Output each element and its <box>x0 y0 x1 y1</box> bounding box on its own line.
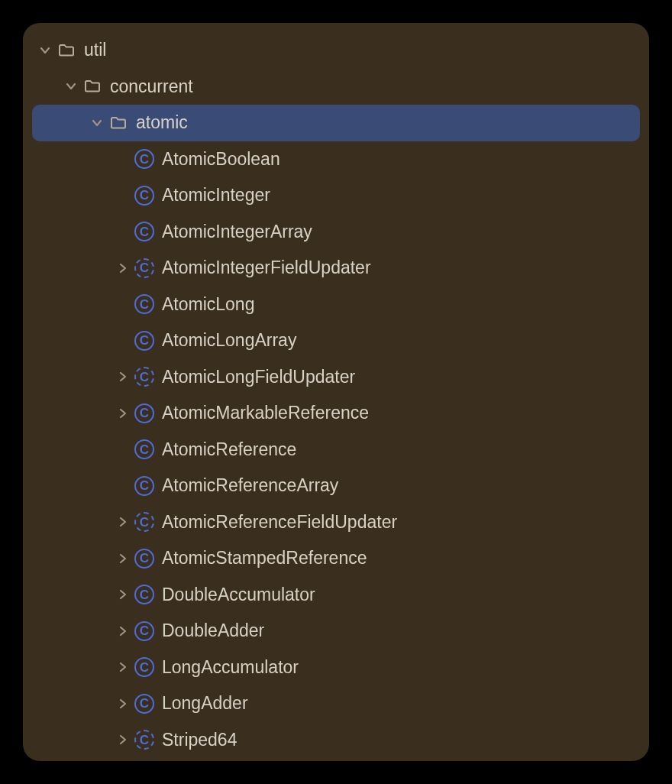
tree-row[interactable]: CAtomicBoolean <box>23 141 649 178</box>
tree-row[interactable]: CAtomicLong <box>23 287 649 323</box>
class-icon: C <box>133 476 156 496</box>
tree-row[interactable]: CAtomicReferenceArray <box>23 468 649 504</box>
tree-row[interactable]: CLongAdder <box>23 685 649 722</box>
chevron-right-icon[interactable] <box>113 263 133 274</box>
chevron-down-icon[interactable] <box>61 81 81 92</box>
folder-icon <box>81 77 104 96</box>
abstract-class-icon: C <box>133 367 156 387</box>
chevron-right-icon[interactable] <box>113 408 133 419</box>
tree-item-label: AtomicInteger <box>162 185 270 206</box>
tree-item-label: AtomicLong <box>162 294 254 315</box>
tree-item-label: AtomicLongFieldUpdater <box>162 367 355 387</box>
chevron-down-icon[interactable] <box>35 45 55 56</box>
tree-row[interactable]: CAtomicInteger <box>23 177 649 214</box>
tree-item-label: AtomicIntegerArray <box>162 222 312 242</box>
class-icon: C <box>133 657 156 677</box>
tree-row[interactable]: CAtomicReferenceFieldUpdater <box>23 504 649 541</box>
chevron-down-icon[interactable] <box>87 118 107 128</box>
chevron-right-icon[interactable] <box>113 553 133 564</box>
tree-row[interactable]: CDoubleAccumulator <box>23 577 649 614</box>
class-icon: C <box>133 222 156 241</box>
class-icon: C <box>133 186 156 206</box>
tree-row[interactable]: CAtomicLongArray <box>23 322 649 359</box>
chevron-right-icon[interactable] <box>113 734 133 745</box>
tree-item-label: concurrent <box>110 76 193 97</box>
tree-item-label: LongAccumulator <box>162 657 299 678</box>
class-icon: C <box>133 331 156 351</box>
class-icon: C <box>133 439 156 459</box>
abstract-class-icon: C <box>133 512 156 532</box>
tree-row[interactable]: CAtomicMarkableReference <box>23 395 649 432</box>
tree-row[interactable]: CAtomicReference <box>23 432 649 468</box>
tree-item-label: AtomicReferenceFieldUpdater <box>162 512 397 533</box>
tree-item-label: LongAdder <box>162 693 248 714</box>
chevron-right-icon[interactable] <box>113 698 133 709</box>
tree-item-label: util <box>84 40 106 60</box>
class-icon: C <box>133 294 156 314</box>
class-icon: C <box>133 585 156 604</box>
abstract-class-icon: C <box>133 730 156 750</box>
tree-item-label: Striped64 <box>162 730 237 750</box>
tree-row[interactable]: CDoubleAdder <box>23 613 649 650</box>
folder-icon <box>107 114 130 132</box>
tree-item-label: AtomicReferenceArray <box>162 475 338 496</box>
tree-row[interactable]: CLongAccumulator <box>23 650 649 686</box>
tree-item-label: AtomicReference <box>162 439 296 460</box>
abstract-class-icon: C <box>133 258 156 278</box>
tree-item-label: AtomicMarkableReference <box>162 403 369 423</box>
tree-row[interactable]: CAtomicStampedReference <box>23 540 649 577</box>
tree-row[interactable]: CAtomicIntegerFieldUpdater <box>23 250 649 287</box>
class-icon: C <box>133 621 156 641</box>
tree-row[interactable]: atomic <box>32 105 640 141</box>
tree-item-label: DoubleAccumulator <box>162 585 315 605</box>
chevron-right-icon[interactable] <box>113 517 133 527</box>
tree-item-label: AtomicStampedReference <box>162 548 367 569</box>
chevron-right-icon[interactable] <box>113 371 133 382</box>
chevron-right-icon[interactable] <box>113 589 133 600</box>
project-tree-panel: util concurrent atomicCAtomicBooleanCAto… <box>23 23 649 761</box>
tree-item-label: AtomicIntegerFieldUpdater <box>162 258 371 278</box>
tree-item-label: AtomicLongArray <box>162 330 296 351</box>
folder-icon <box>55 41 78 60</box>
class-icon: C <box>133 403 156 423</box>
tree-row[interactable]: CAtomicIntegerArray <box>23 214 649 251</box>
tree-item-label: AtomicBoolean <box>162 149 280 170</box>
class-icon: C <box>133 549 156 569</box>
tree-item-label: DoubleAdder <box>162 620 264 641</box>
class-icon: C <box>133 694 156 714</box>
tree-item-label: atomic <box>136 112 188 133</box>
tree-row[interactable]: concurrent <box>23 69 649 105</box>
class-icon: C <box>133 149 156 169</box>
tree-row[interactable]: util <box>23 32 649 69</box>
chevron-right-icon[interactable] <box>113 626 133 637</box>
tree-row[interactable]: CAtomicLongFieldUpdater <box>23 359 649 396</box>
chevron-right-icon[interactable] <box>113 662 133 672</box>
tree-row[interactable]: CStriped64 <box>23 722 649 759</box>
